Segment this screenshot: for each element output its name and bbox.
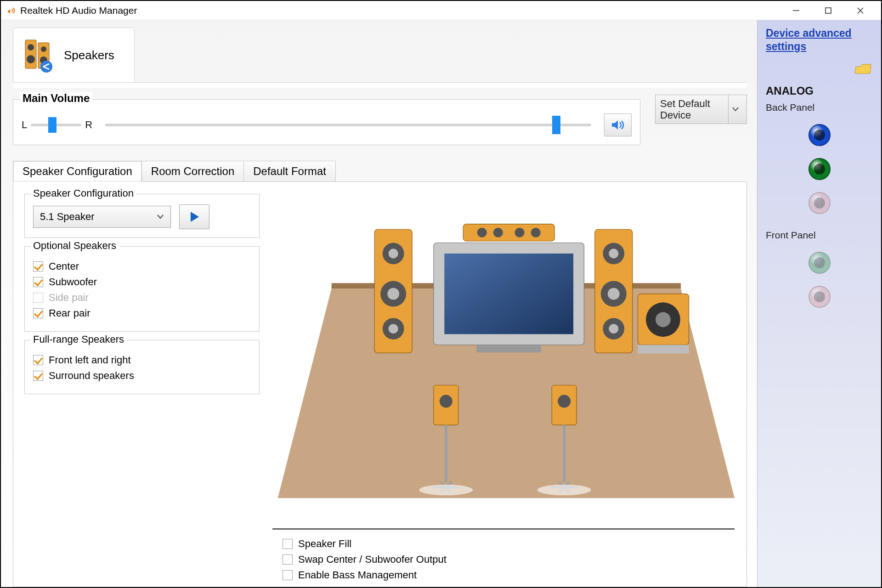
balance-slider[interactable]: L R bbox=[22, 119, 92, 131]
checkbox-speaker-fill-label: Speaker Fill bbox=[298, 538, 351, 550]
svg-point-8 bbox=[41, 46, 46, 52]
svg-rect-16 bbox=[463, 224, 554, 241]
front-headphone-jack[interactable] bbox=[808, 252, 831, 274]
minimize-button[interactable] bbox=[780, 1, 812, 20]
svg-point-18 bbox=[493, 228, 503, 237]
master-volume-slider[interactable] bbox=[105, 124, 591, 126]
test-speakers-button[interactable] bbox=[179, 204, 209, 229]
svg-point-17 bbox=[477, 228, 487, 237]
svg-point-10 bbox=[40, 61, 52, 73]
balance-right-label: R bbox=[85, 119, 92, 131]
line-out-jack[interactable] bbox=[808, 158, 831, 180]
app-icon bbox=[6, 5, 17, 16]
checkbox-swap-center-subwoofer[interactable]: Swap Center / Subwoofer Output bbox=[283, 554, 735, 565]
maximize-button[interactable] bbox=[812, 1, 844, 20]
chevron-down-icon bbox=[728, 95, 742, 124]
svg-point-25 bbox=[387, 288, 399, 300]
window-title: Realtek HD Audio Manager bbox=[20, 5, 780, 16]
svg-point-5 bbox=[28, 44, 34, 51]
tab-speaker-configuration[interactable]: Speaker Configuration bbox=[13, 161, 142, 182]
checkbox-center[interactable]: Center bbox=[33, 260, 251, 272]
checkbox-front-left-right[interactable]: Front left and right bbox=[33, 354, 251, 366]
speaker-config-dropdown[interactable]: 5.1 Speaker bbox=[33, 206, 171, 228]
device-advanced-settings-link[interactable]: Device advanced settings bbox=[766, 27, 873, 53]
svg-point-30 bbox=[609, 249, 618, 258]
speaker-configuration-group: Speaker Configuration 5.1 Speaker bbox=[24, 194, 260, 238]
folder-icon[interactable] bbox=[854, 70, 873, 78]
full-range-speakers-group: Full-range Speakers Front left and right… bbox=[24, 340, 260, 394]
svg-point-38 bbox=[656, 312, 671, 327]
main-pane: Speakers Main Volume L R bbox=[1, 20, 757, 587]
checkbox-front-left-right-label: Front left and right bbox=[49, 354, 131, 366]
checkbox-surround-speakers[interactable]: Surround speakers bbox=[33, 370, 251, 382]
svg-point-23 bbox=[389, 249, 398, 258]
mic-jack[interactable] bbox=[808, 192, 831, 214]
checkbox-side-pair: Side pair bbox=[33, 292, 251, 304]
set-default-device-label: Set Default Device bbox=[660, 98, 728, 121]
checkbox-enable-bass-management[interactable]: Enable Bass Management bbox=[283, 569, 735, 581]
full-range-speakers-label: Full-range Speakers bbox=[30, 334, 127, 345]
main-volume-label: Main Volume bbox=[20, 92, 92, 105]
svg-point-32 bbox=[608, 288, 620, 300]
speakers-icon bbox=[21, 37, 57, 74]
checkbox-center-label: Center bbox=[49, 260, 79, 272]
tab-room-correction[interactable]: Room Correction bbox=[141, 161, 244, 182]
svg-point-52 bbox=[537, 485, 591, 495]
checkbox-rear-pair-label: Rear pair bbox=[49, 307, 90, 319]
svg-rect-14 bbox=[444, 254, 573, 334]
front-mic-jack[interactable] bbox=[808, 286, 831, 308]
optional-speakers-label: Optional Speakers bbox=[30, 240, 119, 252]
set-default-device-button[interactable]: Set Default Device bbox=[655, 95, 747, 124]
checkbox-subwoofer[interactable]: Subwoofer bbox=[33, 276, 251, 288]
checkbox-side-pair-label: Side pair bbox=[49, 292, 89, 304]
line-in-jack[interactable] bbox=[808, 124, 831, 146]
svg-point-40 bbox=[440, 395, 452, 408]
svg-rect-15 bbox=[477, 345, 541, 352]
tab-default-format[interactable]: Default Format bbox=[243, 161, 336, 182]
svg-point-47 bbox=[558, 395, 571, 408]
checkbox-enable-bass-management-label: Enable Bass Management bbox=[298, 569, 417, 581]
titlebar: Realtek HD Audio Manager bbox=[1, 1, 881, 20]
back-panel-label: Back Panel bbox=[766, 102, 873, 113]
svg-point-27 bbox=[389, 324, 398, 334]
checkbox-subwoofer-label: Subwoofer bbox=[49, 276, 97, 288]
connector-sidebar: Device advanced settings ANALOG Back Pan… bbox=[757, 20, 881, 587]
device-tab-speakers[interactable]: Speakers bbox=[13, 28, 135, 83]
svg-point-34 bbox=[609, 324, 618, 334]
svg-point-45 bbox=[419, 485, 473, 495]
svg-rect-1 bbox=[825, 8, 831, 13]
balance-left-label: L bbox=[22, 119, 27, 131]
main-volume-group: Main Volume L R bbox=[13, 99, 640, 145]
optional-speakers-group: Optional Speakers Center Subwoofer Side … bbox=[24, 246, 260, 332]
speaker-configuration-label: Speaker Configuration bbox=[30, 187, 136, 199]
svg-point-6 bbox=[27, 55, 35, 63]
speaker-config-selected: 5.1 Speaker bbox=[40, 211, 95, 223]
mute-button[interactable] bbox=[604, 113, 632, 136]
speaker-layout-diagram bbox=[272, 188, 735, 530]
speaker-configuration-panel: Speaker Configuration 5.1 Speaker bbox=[13, 181, 747, 587]
svg-point-19 bbox=[515, 228, 525, 237]
device-tab-label: Speakers bbox=[64, 48, 114, 62]
close-button[interactable] bbox=[844, 1, 876, 20]
svg-point-20 bbox=[531, 228, 541, 237]
play-icon bbox=[187, 210, 201, 224]
svg-rect-36 bbox=[638, 345, 689, 354]
front-panel-label: Front Panel bbox=[766, 230, 873, 241]
analog-section-title: ANALOG bbox=[766, 85, 873, 97]
checkbox-rear-pair[interactable]: Rear pair bbox=[33, 307, 251, 319]
checkbox-speaker-fill[interactable]: Speaker Fill bbox=[283, 538, 735, 550]
checkbox-surround-speakers-label: Surround speakers bbox=[49, 370, 134, 382]
checkbox-swap-center-subwoofer-label: Swap Center / Subwoofer Output bbox=[298, 554, 447, 565]
chevron-down-icon bbox=[157, 214, 164, 220]
